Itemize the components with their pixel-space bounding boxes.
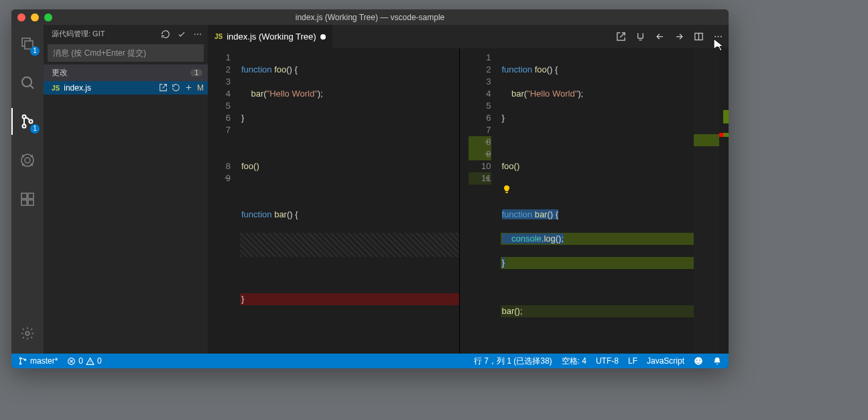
close-window-button[interactable] [17,13,25,21]
tab-index-js[interactable]: JS index.js (Working Tree) [208,25,332,48]
overview-ruler[interactable] [719,48,729,354]
more-icon[interactable] [193,30,202,39]
left-gutter: 1 2 3 4 5 6 7 8 9− [208,48,240,354]
overview-added [723,133,729,137]
svg-point-15 [715,36,716,38]
open-file-icon[interactable] [159,83,168,93]
svg-point-17 [721,36,722,38]
discard-icon[interactable] [172,83,180,93]
tab-bar: JS index.js (Working Tree) [208,25,729,48]
split-editor-icon[interactable] [694,32,704,42]
vscode-window: index.js (Working Tree) — vscode-sample … [11,9,729,368]
cursor-position[interactable]: 行 7，列 1 (已选择38) [474,356,552,367]
svg-point-5 [25,158,30,163]
svg-rect-6 [21,193,27,199]
right-gutter: 1 2 3 4 5 6 7 8+ 9+ 10 11+ [469,48,501,354]
scm-title: 源代码管理: GIT [52,29,105,39]
scm-badge: 1 [30,124,40,134]
svg-point-23 [696,360,698,361]
next-change-icon[interactable] [674,32,684,42]
debug-activity[interactable] [11,147,44,174]
minimize-window-button[interactable] [31,13,39,21]
errors-status[interactable]: 0 0 [67,356,101,366]
added-sign: + [485,172,490,185]
svg-point-2 [23,125,26,128]
tab-label: index.js (Working Tree) [227,32,316,42]
window-title: index.js (Working Tree) — vscode-sample [11,13,729,22]
changed-file-row[interactable]: JS index.js M [44,81,208,95]
search-activity[interactable] [11,69,44,96]
refresh-icon[interactable] [161,30,170,39]
scm-sidebar: 源代码管理: GIT 更改 1 JS index.js [44,25,208,354]
diff-left-pane[interactable]: 1 2 3 4 5 6 7 8 9− function foo() { bar(… [208,48,459,354]
editor-area: JS index.js (Working Tree) 1 [208,25,729,354]
file-status: M [197,83,204,93]
lightbulb-icon[interactable] [502,185,511,194]
left-code[interactable]: function foo() { bar("Hello World"); } f… [240,48,459,354]
svg-point-13 [200,34,201,35]
extensions-activity[interactable] [11,186,44,213]
diff-right-pane[interactable]: 1 2 3 4 5 6 7 8+ 9+ 10 11+ function foo(… [469,48,720,354]
commit-icon[interactable] [177,30,186,39]
svg-point-10 [25,331,29,335]
svg-point-22 [694,357,702,365]
js-icon: JS [52,85,60,92]
svg-rect-7 [28,193,34,199]
changes-section[interactable]: 更改 1 [44,64,208,81]
settings-activity[interactable] [11,320,44,347]
svg-point-24 [699,360,700,361]
explorer-badge: 1 [30,46,40,56]
svg-point-1 [23,115,26,119]
added-sign: + [485,148,490,160]
hatch-placeholder [240,233,459,257]
modified-indicator [320,34,326,40]
svg-point-19 [19,363,21,364]
svg-point-16 [718,36,719,38]
removed-sign: − [224,172,229,185]
changes-label: 更改 [52,67,68,78]
explorer-activity[interactable]: 1 [11,30,44,57]
branch-status[interactable]: master* [18,356,58,366]
more-actions-icon[interactable] [713,32,723,42]
previous-change-icon[interactable] [655,32,665,42]
svg-rect-9 [28,200,34,205]
activity-bar: 1 1 [11,25,44,354]
indent-status[interactable]: 空格: 4 [562,356,586,367]
svg-rect-8 [21,200,27,205]
scm-activity[interactable]: 1 [11,108,44,135]
diff-splitter[interactable] [459,48,469,354]
right-code[interactable]: function foo() { bar("Hello World"); } f… [501,48,720,354]
file-name: index.js [64,83,91,93]
whitespace-icon[interactable] [635,32,645,42]
minimap[interactable] [694,48,719,354]
encoding-status[interactable]: UTF-8 [596,356,619,366]
stage-icon[interactable] [184,83,193,93]
titlebar: index.js (Working Tree) — vscode-sample [11,9,729,25]
js-icon: JS [214,33,223,40]
svg-point-0 [22,77,32,87]
changes-count: 1 [190,69,202,76]
diff-editor[interactable]: 1 2 3 4 5 6 7 8 9− function foo() { bar(… [208,48,729,354]
svg-point-12 [197,34,198,35]
added-sign: + [485,136,490,148]
notifications-icon[interactable] [712,356,722,366]
commit-message-input[interactable] [48,44,204,62]
overview-added [723,110,729,123]
eol-status[interactable]: LF [628,356,637,366]
status-bar: master* 0 0 行 7，列 1 (已选择38) 空格: 4 UTF-8 … [11,354,729,368]
language-status[interactable]: JavaScript [647,356,684,366]
feedback-icon[interactable] [694,356,703,366]
open-file-icon[interactable] [616,32,626,42]
maximize-window-button[interactable] [44,13,52,21]
svg-point-11 [194,34,196,35]
svg-point-18 [19,358,21,359]
